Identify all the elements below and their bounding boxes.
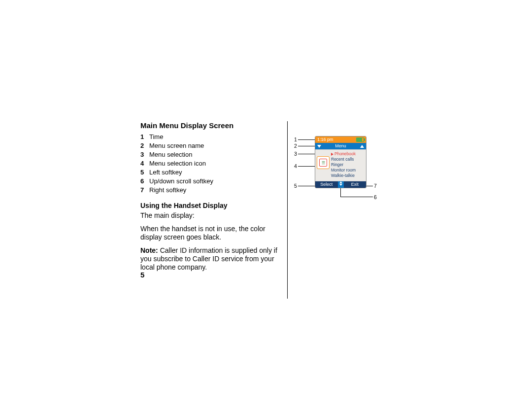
- legend-item: 4Menu selection icon: [140, 159, 281, 168]
- callout-3: 3: [294, 151, 297, 157]
- caret-right-icon: [331, 153, 333, 156]
- right-column: 1 2 3 4 5 7 6 1:16 pm: [294, 136, 393, 215]
- legend-item: 7Right softkey: [140, 186, 281, 195]
- arrow-up-icon: [339, 181, 342, 183]
- callout-4: 4: [294, 163, 297, 169]
- arrow-down-icon: [339, 184, 342, 186]
- time-text: 1:16 pm: [317, 137, 333, 143]
- leader-line: [298, 139, 315, 140]
- arrow-down-icon: [317, 145, 321, 148]
- callout-2: 2: [294, 143, 297, 149]
- leader-line: [298, 166, 315, 167]
- leader-line: [298, 186, 315, 186]
- column-divider: [287, 121, 288, 299]
- leader-line: [340, 197, 373, 197]
- softkey-bar: Select Exit: [315, 181, 366, 188]
- menu-item: Ringer: [331, 162, 356, 168]
- leader-line: [340, 188, 341, 197]
- menu-item: Recent calls: [331, 157, 356, 162]
- legend-item: 3Menu selection: [140, 150, 281, 159]
- leader-line: [298, 146, 315, 146]
- section-heading: Main Menu Display Screen: [140, 121, 281, 130]
- menu-list: Phonebook Recent calls Ringer Monitor ro…: [331, 151, 356, 179]
- menu-item-selected: Phonebook: [331, 151, 356, 157]
- menu-title: Menu: [335, 143, 346, 149]
- leader-line: [366, 186, 373, 186]
- status-bar: 1:16 pm: [315, 137, 366, 143]
- menu-selection-icon-frame: ☰: [317, 156, 330, 169]
- legend-item: 5Left softkey: [140, 168, 281, 177]
- menu-item: Walkie-talkie: [331, 173, 356, 178]
- body-text: When the handset is not in use, the colo…: [140, 225, 281, 241]
- menu-body: ☰ Phonebook Recent calls Ringer Monitor …: [315, 149, 366, 181]
- note-paragraph: Note: Caller ID information is supplied …: [140, 246, 281, 272]
- battery-icon: [356, 137, 364, 142]
- arrow-up-icon: [360, 145, 364, 148]
- note-body: Caller ID information is supplied only i…: [140, 246, 277, 271]
- left-column: Main Menu Display Screen 1Time 2Menu scr…: [140, 121, 281, 276]
- note-label: Note:: [140, 246, 158, 254]
- callout-5: 5: [294, 183, 297, 189]
- legend-item: 2Menu screen name: [140, 141, 281, 150]
- callout-1: 1: [294, 137, 297, 142]
- right-softkey: Exit: [344, 181, 366, 188]
- legend-item: 6Up/down scroll softkey: [140, 177, 281, 186]
- callout-7: 7: [374, 183, 377, 189]
- handset-lcd: 1:16 pm Menu ☰ Phonebook Recent calls Ri: [315, 136, 366, 188]
- left-softkey: Select: [315, 181, 338, 188]
- legend-list: 1Time 2Menu screen name 3Menu selection …: [140, 133, 281, 195]
- handset-screen-diagram: 1 2 3 4 5 7 6 1:16 pm: [294, 136, 383, 215]
- body-text: The main display:: [140, 211, 281, 220]
- scroll-softkey: [338, 181, 344, 188]
- menu-title-bar: Menu: [315, 143, 366, 149]
- manual-page: Main Menu Display Screen 1Time 2Menu scr…: [140, 121, 392, 299]
- page-number: 5: [140, 271, 144, 279]
- sub-heading: Using the Handset Display: [140, 202, 281, 209]
- legend-item: 1Time: [140, 133, 281, 141]
- phonebook-icon: ☰: [319, 159, 327, 167]
- callout-6: 6: [374, 194, 377, 200]
- menu-item: Monitor room: [331, 168, 356, 173]
